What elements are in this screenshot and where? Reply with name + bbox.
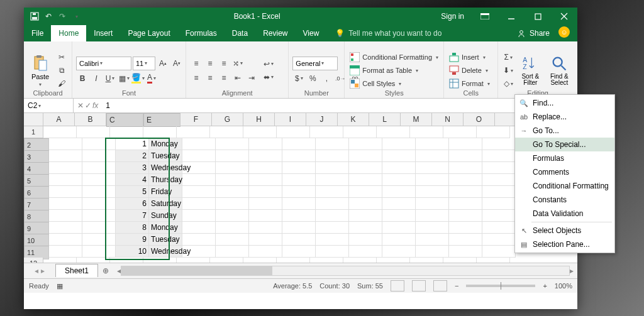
cell[interactable] [316, 174, 349, 186]
cell[interactable] [449, 222, 482, 234]
conditional-formatting-button[interactable]: Conditional Formatting [348, 51, 440, 63]
cell[interactable] [482, 198, 516, 210]
maximize-button[interactable] [525, 8, 551, 25]
cell[interactable] [177, 126, 210, 138]
zoom-percent[interactable]: 100% [555, 282, 572, 290]
align-center-icon[interactable]: ≡ [204, 72, 216, 84]
cell[interactable] [482, 234, 516, 246]
tell-me-search[interactable]: 💡 Tell me what you want to do [335, 29, 508, 41]
tab-data[interactable]: Data [225, 25, 255, 41]
zoom-in-icon[interactable]: + [543, 282, 547, 290]
cell[interactable] [82, 186, 116, 198]
col-J[interactable]: J [306, 113, 338, 126]
cell[interactable]: 1 [116, 138, 149, 150]
ribbon-display-icon[interactable] [472, 8, 498, 25]
col-H[interactable]: H [243, 113, 275, 126]
cell[interactable] [382, 150, 416, 162]
cell[interactable] [282, 162, 316, 174]
col-G[interactable]: G [212, 113, 243, 126]
undo-icon[interactable]: ↶ [44, 12, 53, 21]
cell[interactable] [49, 198, 82, 210]
cell[interactable] [449, 210, 482, 222]
cell[interactable] [49, 222, 82, 234]
cell[interactable] [316, 246, 349, 258]
cell[interactable] [49, 186, 82, 198]
cell[interactable] [143, 126, 177, 138]
menu-goto[interactable]: →Go To... [515, 124, 614, 138]
cell[interactable] [382, 138, 416, 150]
cell[interactable] [482, 162, 516, 174]
currency-icon[interactable]: $ [292, 72, 305, 85]
cell[interactable]: Monday [149, 222, 182, 234]
cell[interactable] [482, 138, 516, 150]
row-header[interactable]: 1 [24, 126, 43, 138]
cell[interactable] [182, 210, 216, 222]
cell[interactable] [349, 246, 382, 258]
cell[interactable] [316, 150, 349, 162]
font-name-select[interactable]: Calibri [76, 57, 131, 70]
cell[interactable] [82, 210, 116, 222]
cell[interactable] [416, 234, 449, 246]
cell[interactable] [182, 222, 216, 234]
cell[interactable] [49, 210, 82, 222]
cell[interactable]: Sunday [149, 210, 182, 222]
increase-font-icon[interactable]: A▴ [157, 57, 169, 70]
menu-comments[interactable]: Comments [515, 165, 614, 179]
sheet-tab-sheet1[interactable]: Sheet1 [55, 264, 98, 277]
cell[interactable] [349, 150, 382, 162]
border-icon[interactable]: ▦ [118, 72, 130, 85]
cell[interactable] [282, 246, 316, 258]
cell[interactable] [316, 186, 349, 198]
cell[interactable] [43, 126, 77, 138]
cell[interactable] [416, 138, 449, 150]
col-K[interactable]: K [338, 113, 369, 126]
menu-cond-format[interactable]: Conditional Formatting [515, 179, 614, 193]
cell[interactable]: 6 [116, 198, 149, 210]
fx-icon[interactable]: fx [92, 101, 98, 110]
cell[interactable] [349, 186, 382, 198]
wrap-text-icon[interactable]: ↩ [263, 58, 274, 70]
cell[interactable] [110, 126, 143, 138]
cell[interactable] [43, 258, 77, 263]
cell[interactable] [216, 138, 249, 150]
cell[interactable] [449, 198, 482, 210]
new-sheet-button[interactable]: ⊕ [98, 266, 113, 275]
cell[interactable] [282, 222, 316, 234]
cell[interactable] [316, 222, 349, 234]
cell[interactable] [410, 258, 443, 263]
autosum-icon[interactable]: Σ [502, 51, 514, 63]
cell[interactable] [82, 174, 116, 186]
copy-icon[interactable]: ⧉ [55, 64, 68, 77]
delete-cells-button[interactable]: Delete [448, 64, 491, 77]
cell[interactable] [282, 234, 316, 246]
normal-view-icon[interactable] [391, 280, 404, 291]
cell[interactable] [243, 258, 277, 263]
cell[interactable] [249, 198, 282, 210]
cell[interactable] [482, 150, 516, 162]
cell[interactable] [216, 246, 249, 258]
format-as-table-button[interactable]: Format as Table [348, 64, 440, 77]
cell[interactable] [349, 210, 382, 222]
cell[interactable] [49, 246, 82, 258]
minimize-button[interactable] [498, 8, 525, 25]
cell-styles-button[interactable]: Cell Styles [348, 77, 440, 90]
tab-home[interactable]: Home [51, 25, 86, 41]
cell[interactable] [443, 258, 477, 263]
cell[interactable] [477, 258, 510, 263]
cell[interactable] [216, 210, 249, 222]
fill-color-icon[interactable]: 🪣 [131, 72, 144, 85]
share-button[interactable]: Share [508, 29, 558, 41]
cell[interactable] [77, 258, 110, 263]
cell[interactable] [449, 186, 482, 198]
cell[interactable] [249, 174, 282, 186]
decrease-indent-icon[interactable]: ⇤ [231, 72, 244, 84]
cell[interactable] [249, 210, 282, 222]
horizontal-scrollbar[interactable] [121, 266, 570, 276]
cell[interactable] [349, 198, 382, 210]
cell[interactable] [449, 162, 482, 174]
cell[interactable] [343, 258, 377, 263]
row-header[interactable]: 12 [24, 258, 43, 263]
cell[interactable]: Wednesday [149, 246, 182, 258]
fill-icon[interactable]: ⬇ [502, 64, 514, 77]
font-size-select[interactable]: 11 [133, 57, 155, 70]
